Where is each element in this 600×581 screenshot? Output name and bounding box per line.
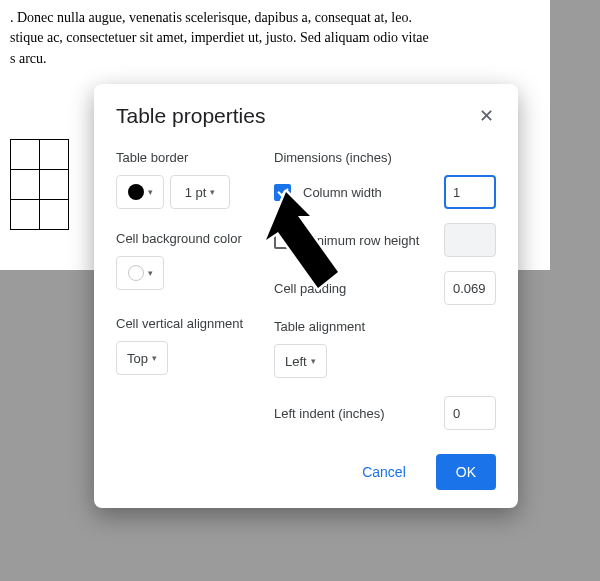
table-alignment-picker[interactable]: Left ▾	[274, 344, 327, 378]
table-properties-dialog: Table properties ✕ Table border ▾ 1 pt ▾…	[94, 84, 518, 508]
black-swatch-icon	[128, 184, 144, 200]
document-table[interactable]	[10, 139, 69, 230]
doc-text-line: s arcu.	[10, 51, 47, 66]
none-swatch-icon	[128, 265, 144, 281]
left-indent-label: Left indent (inches)	[274, 406, 444, 421]
table-alignment-value: Left	[285, 354, 307, 369]
dimensions-label: Dimensions (inches)	[274, 150, 496, 165]
column-width-checkbox[interactable]	[274, 184, 291, 201]
chevron-down-icon: ▾	[311, 356, 316, 366]
cancel-button[interactable]: Cancel	[342, 454, 426, 490]
cell-valign-label: Cell vertical alignment	[116, 316, 274, 331]
column-width-label: Column width	[303, 185, 444, 200]
table-alignment-label: Table alignment	[274, 319, 496, 334]
bg-color-picker[interactable]: ▾	[116, 256, 164, 290]
row-height-checkbox[interactable]	[274, 232, 291, 249]
chevron-down-icon: ▾	[148, 268, 153, 278]
cell-padding-input[interactable]	[444, 271, 496, 305]
border-color-picker[interactable]: ▾	[116, 175, 164, 209]
chevron-down-icon: ▾	[152, 353, 157, 363]
border-width-value: 1 pt	[185, 185, 207, 200]
column-width-input[interactable]	[444, 175, 496, 209]
border-width-picker[interactable]: 1 pt ▾	[170, 175, 230, 209]
valign-value: Top	[127, 351, 148, 366]
close-icon[interactable]: ✕	[476, 107, 496, 125]
cell-bg-label: Cell background color	[116, 231, 274, 246]
doc-text-line: . Donec nulla augue, venenatis scelerisq…	[10, 10, 412, 25]
dialog-title: Table properties	[116, 104, 265, 128]
left-indent-input[interactable]	[444, 396, 496, 430]
valign-picker[interactable]: Top ▾	[116, 341, 168, 375]
row-height-input	[444, 223, 496, 257]
chevron-down-icon: ▾	[210, 187, 215, 197]
cell-padding-label: Cell padding	[274, 281, 444, 296]
row-height-label: Minimum row height	[303, 233, 444, 248]
table-border-label: Table border	[116, 150, 274, 165]
doc-text-line: stique ac, consectetuer sit amet, imperd…	[10, 30, 429, 45]
ok-button[interactable]: OK	[436, 454, 496, 490]
chevron-down-icon: ▾	[148, 187, 153, 197]
